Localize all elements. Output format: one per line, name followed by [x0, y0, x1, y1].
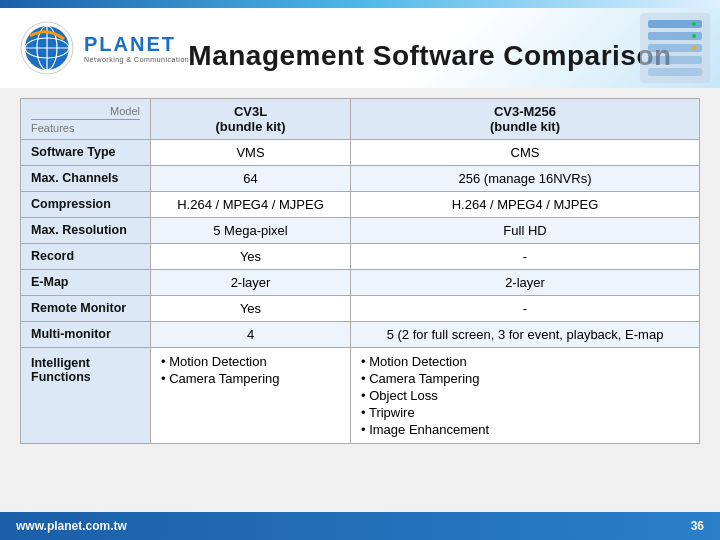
th-col1: CV3L (bundle kit): [151, 99, 351, 140]
row-col2: 5 (2 for full screen, 3 for event, playb…: [351, 322, 700, 348]
intelligent-functions-label: Intelligent Functions: [21, 348, 151, 444]
website-url: www.planet.com.tw: [16, 519, 127, 533]
table-row: Max. Resolution5 Mega-pixelFull HD: [21, 218, 700, 244]
row-col1: VMS: [151, 140, 351, 166]
list-item: Camera Tampering: [361, 370, 689, 387]
row-label: Compression: [21, 192, 151, 218]
col2-header-line2: (bundle kit): [490, 119, 560, 134]
table-row: E-Map2-layer2-layer: [21, 270, 700, 296]
row-label: Record: [21, 244, 151, 270]
list-item: Camera Tampering: [161, 370, 340, 387]
col2-header-line1: CV3-M256: [494, 104, 556, 119]
list-item: Object Loss: [361, 387, 689, 404]
row-col2: 256 (manage 16NVRs): [351, 166, 700, 192]
list-item: Image Enhancement: [361, 421, 689, 438]
features-label: Features: [31, 119, 140, 134]
table-row-intelligent: Intelligent FunctionsMotion DetectionCam…: [21, 348, 700, 444]
bottom-bar: www.planet.com.tw 36: [0, 512, 720, 540]
col1-header-line2: (bundle kit): [215, 119, 285, 134]
comparison-table: Model Features CV3L (bundle kit) CV3-M25…: [20, 98, 700, 444]
model-label: Model: [31, 105, 140, 117]
planet-logo: [20, 21, 74, 75]
row-label: E-Map: [21, 270, 151, 296]
th-col2: CV3-M256 (bundle kit): [351, 99, 700, 140]
row-col1: H.264 / MPEG4 / MJPEG: [151, 192, 351, 218]
top-accent-bar: [0, 0, 720, 8]
row-col1: 5 Mega-pixel: [151, 218, 351, 244]
row-label: Max. Resolution: [21, 218, 151, 244]
row-col2: -: [351, 244, 700, 270]
row-col1: 4: [151, 322, 351, 348]
title-area: Management Software Comparison: [160, 16, 700, 96]
intelligent-functions-col2: Motion DetectionCamera TamperingObject L…: [351, 348, 700, 444]
row-label: Max. Channels: [21, 166, 151, 192]
table-row: CompressionH.264 / MPEG4 / MJPEGH.264 / …: [21, 192, 700, 218]
row-label: Remote Monitor: [21, 296, 151, 322]
table-row: Remote MonitorYes-: [21, 296, 700, 322]
page-number: 36: [691, 519, 704, 533]
page-title: Management Software Comparison: [188, 40, 671, 72]
list-item: Tripwire: [361, 404, 689, 421]
col1-header-line1: CV3L: [234, 104, 267, 119]
row-col1: 2-layer: [151, 270, 351, 296]
row-label: Software Type: [21, 140, 151, 166]
th-features-model: Model Features: [21, 99, 151, 140]
row-col2: H.264 / MPEG4 / MJPEG: [351, 192, 700, 218]
intelligent-functions-col1: Motion DetectionCamera Tampering: [151, 348, 351, 444]
row-col1: Yes: [151, 296, 351, 322]
row-col1: 64: [151, 166, 351, 192]
row-col2: Full HD: [351, 218, 700, 244]
table-row: RecordYes-: [21, 244, 700, 270]
row-col1: Yes: [151, 244, 351, 270]
table-row: Multi-monitor45 (2 for full screen, 3 fo…: [21, 322, 700, 348]
row-col2: 2-layer: [351, 270, 700, 296]
table-row: Max. Channels64256 (manage 16NVRs): [21, 166, 700, 192]
row-col2: -: [351, 296, 700, 322]
row-col2: CMS: [351, 140, 700, 166]
list-item: Motion Detection: [161, 353, 340, 370]
header: PLANET Networking & Communication Manage…: [0, 8, 720, 88]
row-label: Multi-monitor: [21, 322, 151, 348]
list-item: Motion Detection: [361, 353, 689, 370]
table-row: Software TypeVMSCMS: [21, 140, 700, 166]
main-content: Model Features CV3L (bundle kit) CV3-M25…: [20, 88, 700, 512]
